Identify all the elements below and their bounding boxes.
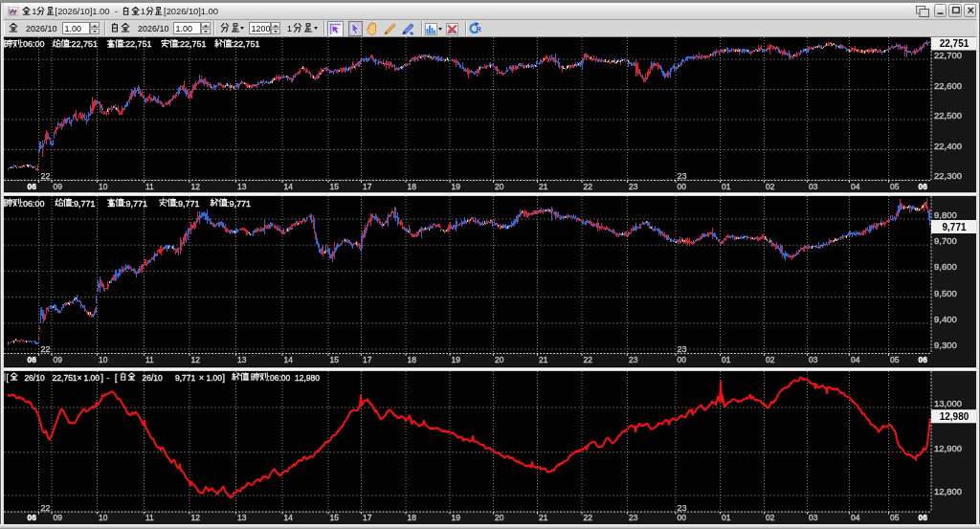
svg-text:23: 23 xyxy=(678,503,687,513)
svg-text::22,751: :22,751 xyxy=(232,39,260,49)
svg-text:12,980: 12,980 xyxy=(295,373,320,383)
svg-text:26/10: 26/10 xyxy=(24,373,45,383)
svg-text:03: 03 xyxy=(809,182,818,191)
svg-text:22,751: 22,751 xyxy=(53,373,78,383)
svg-text:09: 09 xyxy=(54,182,63,191)
svg-text:20: 20 xyxy=(495,513,504,522)
svg-text:02: 02 xyxy=(766,182,775,191)
svg-text:21: 21 xyxy=(539,355,548,364)
svg-text:15: 15 xyxy=(330,513,340,522)
svg-text::06:00: :06:00 xyxy=(21,199,45,209)
svg-text:]: ] xyxy=(101,373,103,383)
svg-text::22,751: :22,751 xyxy=(178,39,207,49)
svg-text:13,000: 13,000 xyxy=(934,398,962,408)
svg-text:9,800: 9,800 xyxy=(934,209,957,220)
svg-text:06: 06 xyxy=(28,182,37,191)
svg-text:06: 06 xyxy=(28,513,37,522)
svg-text::22,751: :22,751 xyxy=(69,39,98,49)
svg-text:13: 13 xyxy=(237,513,247,522)
svg-text:09: 09 xyxy=(54,513,63,522)
svg-text:06: 06 xyxy=(919,513,928,522)
svg-text:15: 15 xyxy=(330,355,340,364)
svg-text:22: 22 xyxy=(41,344,51,354)
svg-text:9,771: 9,771 xyxy=(942,222,966,232)
svg-text:19: 19 xyxy=(452,182,461,191)
svg-text:20: 20 xyxy=(495,182,504,191)
svg-text:22: 22 xyxy=(41,503,51,513)
svg-text::06:00: :06:00 xyxy=(21,39,45,49)
svg-text:12: 12 xyxy=(191,355,201,364)
svg-text:×: × xyxy=(199,373,204,383)
svg-text:02: 02 xyxy=(766,513,775,522)
svg-text:11: 11 xyxy=(145,355,154,364)
svg-text:22: 22 xyxy=(584,182,593,191)
svg-text:22,700: 22,700 xyxy=(934,50,962,60)
svg-text:01: 01 xyxy=(722,182,731,191)
svg-text:1.00: 1.00 xyxy=(84,373,100,383)
svg-text:23: 23 xyxy=(678,171,687,181)
svg-text:9,700: 9,700 xyxy=(934,235,957,246)
svg-text:9,771: 9,771 xyxy=(175,373,196,383)
svg-text:03: 03 xyxy=(809,513,818,522)
svg-text:R: R xyxy=(477,25,481,33)
svg-text:06: 06 xyxy=(919,355,928,364)
svg-text:23: 23 xyxy=(678,344,687,354)
svg-text:05: 05 xyxy=(890,182,900,191)
svg-text:11: 11 xyxy=(145,513,154,522)
svg-text:11: 11 xyxy=(145,182,154,191)
svg-text:23: 23 xyxy=(629,513,638,522)
svg-text:9,500: 9,500 xyxy=(934,288,957,298)
svg-text:26/10: 26/10 xyxy=(143,373,164,383)
svg-text:14: 14 xyxy=(284,355,294,364)
svg-text:19: 19 xyxy=(452,513,461,522)
svg-text:18: 18 xyxy=(408,355,417,364)
svg-text:00: 00 xyxy=(678,355,687,364)
svg-text::9,771: :9,771 xyxy=(176,199,200,209)
svg-text:15: 15 xyxy=(330,182,340,191)
svg-text:05: 05 xyxy=(890,513,900,522)
svg-text:×: × xyxy=(78,373,82,383)
svg-text::9,771: :9,771 xyxy=(72,199,96,209)
svg-text:22,600: 22,600 xyxy=(934,80,962,91)
svg-text:10: 10 xyxy=(99,182,108,191)
svg-text:18: 18 xyxy=(408,182,417,191)
svg-text::06:00: :06:00 xyxy=(268,373,291,383)
svg-text:12: 12 xyxy=(191,182,201,191)
svg-text:14: 14 xyxy=(284,182,294,191)
svg-text::9,771: :9,771 xyxy=(227,199,251,209)
svg-text:05: 05 xyxy=(890,355,900,364)
svg-text:04: 04 xyxy=(851,355,860,364)
svg-text::9,771: :9,771 xyxy=(123,199,147,209)
svg-text:04: 04 xyxy=(851,182,860,191)
svg-text:06: 06 xyxy=(919,182,928,191)
svg-text:1.00: 1.00 xyxy=(207,373,223,383)
svg-text:10: 10 xyxy=(99,355,108,364)
svg-text::22,751: :22,751 xyxy=(123,39,152,49)
svg-text:13: 13 xyxy=(237,182,247,191)
svg-text:20: 20 xyxy=(495,355,504,364)
svg-text:10: 10 xyxy=(99,513,108,522)
svg-text:09: 09 xyxy=(54,355,63,364)
svg-text:14: 14 xyxy=(284,513,294,522)
svg-text:04: 04 xyxy=(851,513,860,522)
svg-text:18: 18 xyxy=(408,513,417,522)
svg-text:17: 17 xyxy=(363,355,372,364)
svg-text:9,600: 9,600 xyxy=(934,261,957,272)
svg-text:23: 23 xyxy=(629,355,638,364)
svg-text:17: 17 xyxy=(363,182,372,191)
svg-text:-: - xyxy=(107,373,110,383)
svg-text:22,400: 22,400 xyxy=(934,141,962,151)
svg-text:12: 12 xyxy=(191,513,201,522)
svg-text:22,500: 22,500 xyxy=(934,110,962,121)
svg-text:19: 19 xyxy=(452,355,461,364)
svg-text:22: 22 xyxy=(584,355,593,364)
svg-text:06: 06 xyxy=(28,355,37,364)
svg-text:17: 17 xyxy=(363,513,372,522)
svg-text:00: 00 xyxy=(678,513,687,522)
svg-text:12,980: 12,980 xyxy=(940,411,969,422)
svg-text:12,800: 12,800 xyxy=(934,486,962,496)
svg-text:22,300: 22,300 xyxy=(934,170,962,181)
svg-text:13: 13 xyxy=(237,355,247,364)
svg-text:9,400: 9,400 xyxy=(934,314,957,324)
svg-text:01: 01 xyxy=(722,355,731,364)
